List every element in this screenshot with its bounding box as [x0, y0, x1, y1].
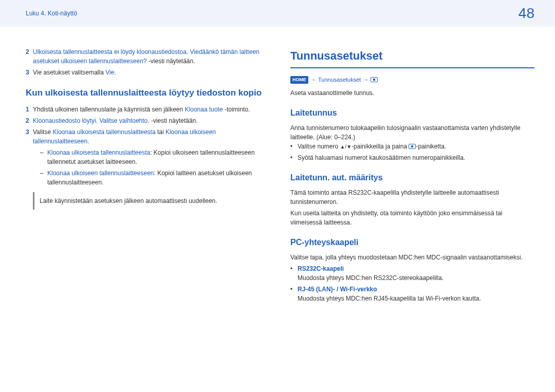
- paragraph: Tämä toiminto antaa RS232C-kaapelilla yh…: [290, 188, 534, 207]
- paragraph: Anna tunnistenumero tulokaapeliin tulosi…: [290, 123, 534, 142]
- step-number: 1: [26, 105, 33, 114]
- pc-bullet-1: • RS232C-kaapeli Muodosta yhteys MDC:hen…: [290, 264, 534, 283]
- enter-icon: [409, 144, 416, 149]
- bullet-text: Syötä haluamasi numerot kaukosäätimen nu…: [298, 153, 465, 162]
- sub-text: Kloonaa ulkoisesta tallennuslaitteesta: …: [47, 148, 270, 166]
- subsection-heading: Laitetunnus: [290, 107, 534, 119]
- subsection-heading: PC-yhteyskaapeli: [290, 236, 534, 249]
- step-text: Vie asetukset valitsemalla Vie.: [33, 68, 270, 77]
- bullet-icon: •: [290, 142, 298, 151]
- step-number: 2: [26, 47, 33, 66]
- step-number: 3: [26, 68, 33, 77]
- enter-icon: [371, 77, 378, 82]
- sub-option-2: – Kloonaa ulkoiseen tallennuslaitteeseen…: [40, 169, 270, 187]
- step-text: Ulkoisesta tallennuslaitteesta ei löydy …: [33, 47, 270, 66]
- copy-step-1: 1 Yhdistä ulkoinen tallennuslaite ja käy…: [26, 105, 270, 114]
- section-heading: Kun ulkoisesta tallennuslaitteesta löyty…: [26, 86, 270, 100]
- sub-option-1: – Kloonaa ulkoisesta tallennuslaitteesta…: [40, 148, 270, 166]
- bullet-text: Valitse numero ▲/▼-painikkeilla ja paina…: [298, 142, 446, 151]
- paragraph: Kun useita laitteita on yhdistetty, ota …: [290, 209, 534, 227]
- dash-icon: –: [40, 148, 47, 166]
- bullet-1: • Valitse numero ▲/▼-painikkeilla ja pai…: [290, 142, 534, 151]
- step-text: Yhdistä ulkoinen tallennuslaite ja käynn…: [33, 105, 270, 114]
- page-number: 48: [519, 5, 534, 22]
- bullet-text: RJ-45 (LAN)- / Wi-Fi-verkko Muodosta yht…: [298, 285, 481, 303]
- bullet-icon: •: [290, 285, 298, 303]
- nav-link: Tunnusasetukset: [318, 76, 361, 84]
- pc-bullet-2: • RJ-45 (LAN)- / Wi-Fi-verkko Muodosta y…: [290, 285, 534, 303]
- dash-icon: –: [40, 169, 47, 187]
- page-header: Luku 4. Koti-näyttö 48: [0, 0, 555, 27]
- arrow-icon: →: [310, 76, 316, 84]
- subsection-heading: Laitetunn. aut. määritys: [290, 172, 534, 184]
- copy-step-2: 2 Kloonaustiedosto löytyi. Valitse vaiht…: [26, 116, 270, 125]
- bullet-2: • Syötä haluamasi numerot kaukosäätimen …: [290, 153, 534, 162]
- sub-text: Kloonaa ulkoiseen tallennuslaitteeseen: …: [47, 169, 270, 187]
- nav-path: HOME → Tunnusasetukset →: [290, 76, 534, 84]
- arrow-icon: →: [363, 76, 368, 84]
- main-heading: Tunnusasetukset: [290, 47, 534, 68]
- bullet-text: RS232C-kaapeli Muodosta yhteys MDC:hen R…: [298, 264, 443, 283]
- chapter-label: Luku 4. Koti-näyttö: [26, 10, 77, 17]
- updown-arrow-icon: ▲/▼: [340, 143, 351, 151]
- step-2: 2 Ulkoisesta tallennuslaitteesta ei löyd…: [26, 47, 270, 66]
- left-column: 2 Ulkoisesta tallennuslaitteesta ei löyd…: [26, 47, 270, 305]
- step-number: 2: [26, 116, 33, 125]
- copy-step-3: 3 Valitse Kloonaa ulkoisesta tallennusla…: [26, 127, 270, 146]
- content-area: 2 Ulkoisesta tallennuslaitteesta ei löyd…: [0, 27, 555, 305]
- right-column: Tunnusasetukset HOME → Tunnusasetukset →…: [290, 47, 534, 305]
- note-box: Laite käynnistetään asetuksen jälkeen au…: [33, 192, 270, 210]
- step-text: Valitse Kloonaa ulkoisesta tallennuslait…: [33, 127, 270, 146]
- step-text: Kloonaustiedosto löytyi. Valitse vaihtoe…: [33, 116, 270, 125]
- step-number: 3: [26, 127, 33, 146]
- paragraph: Valitse tapa, jolla yhteys muodostetaan …: [290, 253, 534, 262]
- step-3: 3 Vie asetukset valitsemalla Vie.: [26, 68, 270, 77]
- intro-text: Aseta vastaanottimelle tunnus.: [290, 88, 534, 98]
- bullet-icon: •: [290, 264, 298, 283]
- home-badge-icon: HOME: [290, 76, 308, 84]
- bullet-icon: •: [290, 153, 298, 162]
